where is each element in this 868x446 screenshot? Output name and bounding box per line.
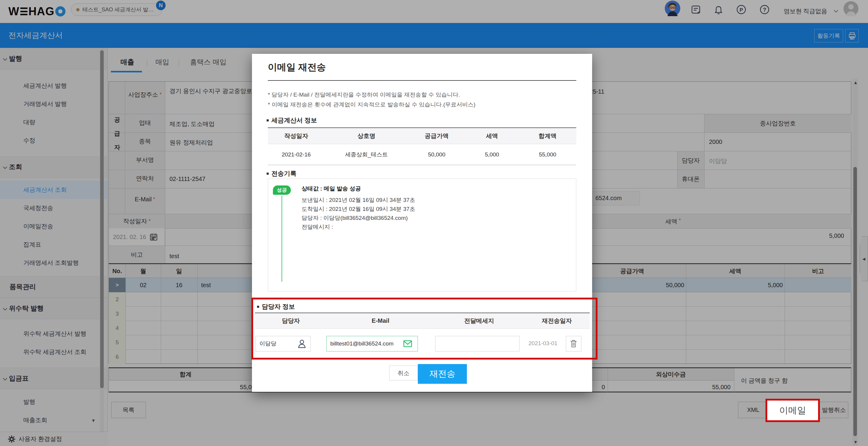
note-line: * 이메일 재전송은 횟수에 관계없이 지속적으로 발송하실 수 있습니다.(무…	[268, 99, 475, 110]
email-input[interactable]	[327, 336, 418, 352]
trash-icon	[570, 340, 577, 348]
timeline-line	[282, 196, 282, 282]
success-badge: 성공	[273, 185, 291, 195]
td-total: 55,000	[519, 144, 576, 165]
status-line: 상태값 : 메일 발송 성공	[302, 185, 361, 192]
note-line: * 담당자 / E-Mail / 전달메세지란을 수정하여 이메일을 재전송할 …	[268, 90, 475, 99]
email-resend-modal: 이메일 재전송 * 담당자 / E-Mail / 전달메세지란을 수정하여 이메…	[252, 54, 592, 392]
th-write-date: 작성일자	[268, 128, 324, 144]
th-company: 상호명	[324, 128, 408, 144]
invoice-info-table: 작성일자 상호명 공급가액 세액 합계액 2021-02-16 세종상회_테스트…	[268, 127, 576, 165]
sent-time: 보낸일시 : 2021년 02월 16일 09시 34분 37초	[302, 196, 415, 205]
manager-table-bottom-line	[255, 358, 590, 358]
th-supply: 공급가액	[408, 128, 465, 144]
td-supply: 50,000	[408, 144, 465, 165]
manager-section-title: 담당자 정보	[257, 302, 295, 311]
message-line: 전달메시지 :	[302, 222, 415, 232]
td-tax: 5,000	[465, 144, 519, 165]
delete-row-button[interactable]	[566, 336, 581, 352]
invoice-section-title: 세금계산서 정보	[267, 116, 317, 124]
th-resend-date: 재전송일자	[524, 313, 590, 328]
title-divider	[268, 80, 576, 81]
history-lines: 보낸일시 : 2021년 02월 16일 09시 34분 37초 도착일시 : …	[302, 196, 415, 232]
message-input[interactable]	[435, 336, 520, 352]
email-input-field[interactable]	[330, 340, 401, 347]
history-section-title: 전송기록	[267, 169, 297, 178]
manager-input-field[interactable]	[259, 340, 295, 347]
history-box: 성공 상태값 : 메일 발송 성공 보낸일시 : 2021년 02월 16일 0…	[268, 179, 576, 291]
modal-notes: * 담당자 / E-Mail / 전달메세지란을 수정하여 이메일을 재전송할 …	[268, 90, 475, 110]
manager-input[interactable]	[255, 336, 311, 352]
cancel-button[interactable]: 취소	[389, 365, 418, 381]
manager-table: 담당자 E-Mail 전달메세지 재전송일자	[255, 313, 590, 329]
th-manager: 담당자	[255, 313, 327, 328]
email-button[interactable]: 이메일	[766, 399, 820, 422]
manager-line: 담당자 : 이담당(bill36524@bill36524.com)	[302, 214, 415, 222]
invoice-info-row: 2021-02-16 세종상회_테스트 50,000 5,000 55,000	[268, 144, 576, 165]
mail-icon	[403, 340, 412, 347]
resend-button[interactable]: 재전송	[418, 364, 467, 384]
th-total: 합계액	[519, 128, 576, 144]
td-company: 세종상회_테스트	[324, 144, 408, 165]
th-message: 전달메세지	[434, 313, 524, 328]
th-email: E-Mail	[327, 313, 434, 328]
th-tax: 세액	[465, 128, 519, 144]
person-lookup-icon[interactable]	[298, 339, 306, 348]
td-write-date: 2021-02-16	[268, 144, 324, 165]
modal-title: 이메일 재전송	[268, 61, 326, 73]
resend-date-value: 2021-03-01	[528, 340, 557, 347]
arrival-time: 도착일시 : 2021년 02월 16일 09시 34분 37초	[302, 205, 415, 214]
